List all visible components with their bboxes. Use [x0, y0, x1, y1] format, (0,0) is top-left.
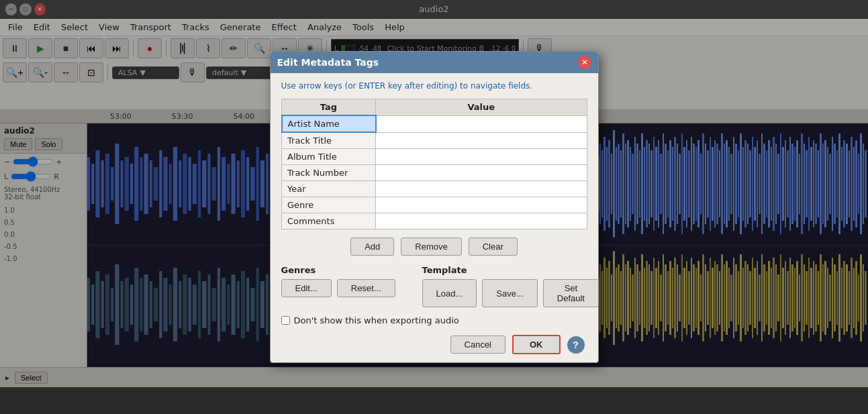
- table-row: Genre: [282, 197, 587, 213]
- help-button[interactable]: ?: [567, 336, 585, 354]
- modal-overlay: Edit Metadata Tags ✕ Use arrow keys (or …: [0, 0, 868, 414]
- value-column-header: Value: [376, 99, 587, 116]
- value-cell-album[interactable]: [376, 149, 587, 165]
- table-row: Year: [282, 181, 587, 197]
- dialog-close-button[interactable]: ✕: [578, 56, 591, 69]
- artist-name-input[interactable]: [377, 116, 587, 132]
- template-set-default-button[interactable]: Set Default: [543, 279, 599, 307]
- add-button[interactable]: Add: [350, 238, 394, 256]
- cancel-button[interactable]: Cancel: [450, 335, 505, 354]
- dialog-title: Edit Metadata Tags: [277, 57, 379, 68]
- tag-cell-year: Year: [282, 181, 376, 197]
- dialog-titlebar: Edit Metadata Tags ✕: [271, 52, 598, 73]
- album-title-input[interactable]: [376, 149, 587, 164]
- dont-show-label: Don't show this when exporting audio: [294, 315, 459, 325]
- template-section: Template Load... Save... Set Default: [422, 265, 599, 307]
- value-cell-comments[interactable]: [376, 213, 587, 229]
- dont-show-row: Don't show this when exporting audio: [281, 315, 587, 325]
- table-row: Album Title: [282, 149, 587, 165]
- tag-column-header: Tag: [282, 99, 376, 116]
- clear-button[interactable]: Clear: [469, 238, 518, 256]
- template-buttons: Load... Save... Set Default: [422, 279, 599, 307]
- template-label: Template: [422, 265, 599, 275]
- table-row: Track Title: [282, 132, 587, 149]
- table-row: Track Number: [282, 165, 587, 181]
- remove-button[interactable]: Remove: [401, 238, 461, 256]
- value-cell-artist[interactable]: [376, 115, 587, 132]
- table-row: Artist Name: [282, 115, 587, 132]
- value-cell-genre[interactable]: [376, 197, 587, 213]
- template-load-button[interactable]: Load...: [422, 279, 477, 307]
- genre-input[interactable]: [376, 197, 587, 213]
- value-cell-year[interactable]: [376, 181, 587, 197]
- genres-template-row: Genres Edit... Reset... Template Load...…: [281, 265, 587, 307]
- action-buttons-row: Add Remove Clear: [281, 238, 587, 256]
- edit-metadata-dialog: Edit Metadata Tags ✕ Use arrow keys (or …: [270, 51, 599, 363]
- comments-input[interactable]: [376, 213, 587, 229]
- dialog-hint: Use arrow keys (or ENTER key after editi…: [281, 81, 587, 91]
- ok-cancel-row: Cancel OK ?: [281, 335, 587, 354]
- year-input[interactable]: [376, 181, 587, 197]
- tag-cell-track: Track Title: [282, 132, 376, 149]
- dialog-body: Use arrow keys (or ENTER key after editi…: [271, 73, 598, 362]
- genres-section: Genres Edit... Reset...: [281, 265, 395, 307]
- genres-reset-button[interactable]: Reset...: [337, 279, 395, 297]
- dont-show-checkbox[interactable]: [281, 316, 290, 325]
- track-number-input[interactable]: [376, 165, 587, 180]
- metadata-table: Tag Value Artist Name Track Title Album …: [281, 99, 587, 229]
- genres-label: Genres: [281, 265, 395, 275]
- value-cell-track[interactable]: [376, 132, 587, 149]
- track-title-input[interactable]: [376, 133, 587, 148]
- tag-cell-genre: Genre: [282, 197, 376, 213]
- tag-cell-tracknumber: Track Number: [282, 165, 376, 181]
- tag-cell-album: Album Title: [282, 149, 376, 165]
- genres-edit-button[interactable]: Edit...: [281, 279, 332, 297]
- genres-buttons: Edit... Reset...: [281, 279, 395, 297]
- value-cell-tracknumber[interactable]: [376, 165, 587, 181]
- template-save-button[interactable]: Save...: [482, 279, 537, 307]
- tag-cell-artist: Artist Name: [282, 115, 376, 132]
- table-row: Comments: [282, 213, 587, 229]
- ok-button[interactable]: OK: [512, 335, 561, 354]
- tag-cell-comments: Comments: [282, 213, 376, 229]
